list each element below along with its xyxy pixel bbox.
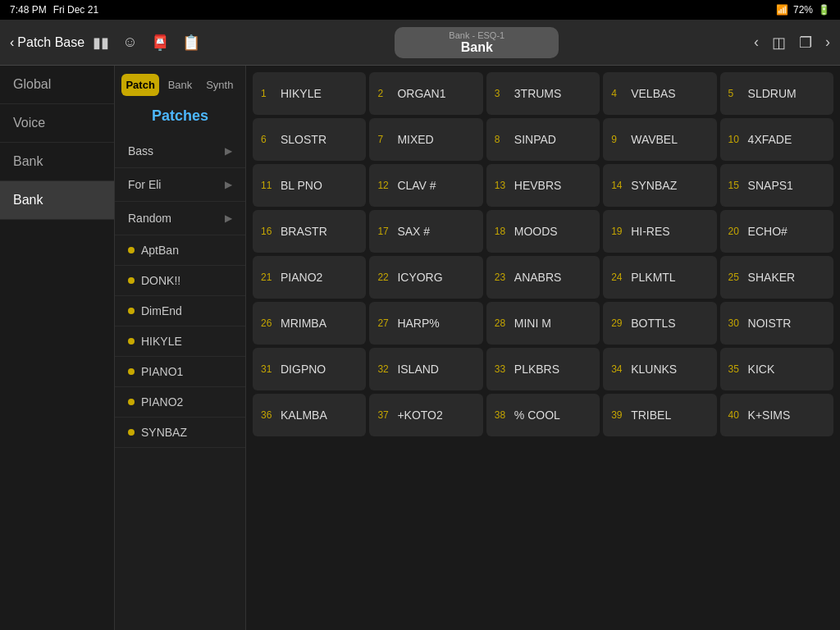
patch-number: 18 [495,226,509,237]
fav-hikyle-label: HIKYLE [141,335,182,348]
patch-cell[interactable]: 36KALMBA [253,394,366,436]
status-right: 📶 72% 🔋 [776,4,830,16]
fav-synbaz[interactable]: SYNBAZ [115,418,245,448]
patch-cell[interactable]: 12CLAV # [369,164,482,207]
patch-name: TRIBEL [631,409,671,422]
share-icon[interactable]: ◫ [772,34,786,52]
patch-cell[interactable]: 34KLUNKS [603,348,716,390]
patch-cell[interactable]: 9WAVBEL [603,118,716,161]
patch-number: 23 [495,272,509,283]
patch-cell[interactable]: 11BL PNO [253,164,366,207]
patch-number: 11 [261,180,276,191]
patch-cell[interactable]: 8SINPAD [486,118,600,161]
next-icon[interactable]: › [825,34,830,51]
patch-cell[interactable]: 25SHAKER [720,256,833,299]
patch-cell[interactable]: 21PIANO2 [253,256,366,299]
patch-grid-area: 1HIKYLE2ORGAN133TRUMS4VELBAS5SLDRUM6SLOS… [246,66,840,630]
patch-number: 10 [728,134,743,145]
patch-cell[interactable]: 17SAX # [369,210,482,253]
patch-number: 34 [611,363,626,375]
patch-cell[interactable]: 35KICK [720,348,833,390]
patch-cell[interactable]: 2ORGAN1 [369,72,482,115]
bank-pill[interactable]: Bank - ESQ-1 Bank [395,27,559,58]
dot-icon [128,368,135,375]
patch-number: 28 [495,317,509,329]
patch-cell[interactable]: 29BOTTLS [603,302,716,345]
patch-cell[interactable]: 20ECHO# [720,210,833,253]
tab-patch[interactable]: Patch [121,74,159,96]
patch-cell[interactable]: 39TRIBEL [603,394,716,436]
patch-cell[interactable]: 6SLOSTR [253,118,366,161]
folder-icon[interactable]: ▮▮ [93,34,109,52]
fav-piano2[interactable]: PIANO2 [115,387,245,418]
fav-dimend-label: DimEnd [141,304,182,317]
patch-name: ISLAND [397,363,439,376]
status-time: 7:48 PM [10,4,47,16]
patch-cell[interactable]: 33PLKBRS [486,348,600,390]
patch-cell[interactable]: 15SNAPS1 [720,164,833,207]
folder-random[interactable]: Random ▶ [115,202,245,235]
export-icon[interactable]: ❐ [799,34,812,52]
patch-cell[interactable]: 31DIGPNO [253,348,366,390]
smiley-icon[interactable]: ☺ [122,34,137,51]
fav-dimend[interactable]: DimEnd [115,296,245,326]
patch-cell[interactable]: 5SLDRUM [720,72,833,115]
fav-hikyle[interactable]: HIKYLE [115,326,245,357]
patch-name: 3TRUMS [514,87,562,100]
patch-cell[interactable]: 16BRASTR [253,210,366,253]
patch-cell[interactable]: 19HI-RES [603,210,716,253]
patch-cell[interactable]: 28MINI M [486,302,600,345]
patch-cell[interactable]: 24PLKMTL [603,256,716,299]
patch-cell[interactable]: 4VELBAS [603,72,716,115]
patch-cell[interactable]: 13HEVBRS [486,164,600,207]
patch-number: 5 [728,88,743,99]
patch-cell[interactable]: 30NOISTR [720,302,833,345]
fav-aptban[interactable]: AptBan [115,235,245,266]
patch-cell[interactable]: 37+KOTO2 [369,394,482,436]
sidebar-item-bank-active[interactable]: Bank [0,181,114,220]
patch-name: 4XFADE [748,133,792,146]
patch-cell[interactable]: 22ICYORG [369,256,482,299]
patch-cell[interactable]: 23ANABRS [486,256,600,299]
back-button[interactable]: ‹ Patch Base [10,35,84,50]
patch-cell[interactable]: 40K+SIMS [720,394,833,436]
folder-bass[interactable]: Bass ▶ [115,135,245,168]
patch-number: 27 [377,317,392,329]
sidebar-item-global[interactable]: Global [0,66,114,104]
back-label: Patch Base [17,35,84,50]
bank-selector[interactable]: Bank - ESQ-1 Bank [200,27,754,58]
status-date: Fri Dec 21 [53,4,98,16]
sidebar-item-bank[interactable]: Bank [0,143,114,181]
patch-grid: 1HIKYLE2ORGAN133TRUMS4VELBAS5SLDRUM6SLOS… [253,72,833,436]
patch-cell[interactable]: 27HARP% [369,302,482,345]
patch-cell[interactable]: 38% COOL [486,394,600,436]
inbox-icon[interactable]: 📮 [151,34,169,52]
tab-synth[interactable]: Synth [201,74,239,96]
patch-number: 12 [377,180,392,191]
patch-cell[interactable]: 1HIKYLE [253,72,366,115]
patch-cell[interactable]: 104XFADE [720,118,833,161]
fav-synbaz-label: SYNBAZ [141,426,187,439]
fav-piano1[interactable]: PIANO1 [115,357,245,387]
chevron-icon: ▶ [225,145,232,157]
tab-bank[interactable]: Bank [161,74,199,96]
patch-cell[interactable]: 33TRUMS [486,72,600,115]
patch-cell[interactable]: 32ISLAND [369,348,482,390]
sidebar-item-voice[interactable]: Voice [0,104,114,143]
patch-cell[interactable]: 18MOODS [486,210,600,253]
patch-cell[interactable]: 7MIXED [369,118,482,161]
fav-piano1-label: PIANO1 [141,365,183,378]
patch-number: 39 [611,409,626,421]
patch-cell[interactable]: 26MRIMBA [253,302,366,345]
folder-random-label: Random [128,212,171,225]
patch-name: HIKYLE [281,87,322,100]
patch-cell[interactable]: 14SYNBAZ [603,164,716,207]
document-icon[interactable]: 📋 [182,34,200,52]
prev-icon[interactable]: ‹ [754,34,759,51]
fav-donk[interactable]: DONK!! [115,266,245,296]
folder-for-eli[interactable]: For Eli ▶ [115,168,245,202]
battery-label: 72% [793,4,813,16]
patch-name: ECHO# [748,225,788,238]
patch-name: ICYORG [397,271,442,284]
patch-name: MOODS [514,225,558,238]
